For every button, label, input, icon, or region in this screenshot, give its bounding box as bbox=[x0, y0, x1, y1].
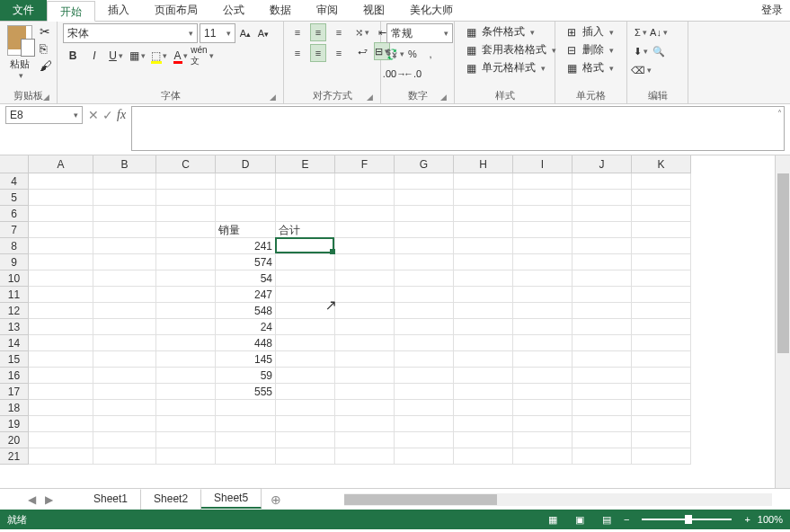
delete-cells-button[interactable]: ⊟删除▾ bbox=[561, 41, 617, 58]
cell[interactable] bbox=[513, 351, 573, 368]
cell[interactable] bbox=[395, 303, 454, 319]
column-header[interactable]: I bbox=[513, 155, 573, 173]
increase-decimal-icon[interactable]: .00→ bbox=[386, 65, 403, 83]
normal-view-icon[interactable]: ▦ bbox=[543, 512, 563, 527]
cell[interactable] bbox=[29, 206, 93, 222]
sheet-tab[interactable]: Sheet2 bbox=[141, 489, 201, 510]
cell[interactable] bbox=[513, 254, 573, 270]
cell[interactable]: 555 bbox=[216, 384, 276, 400]
cell[interactable]: 241 bbox=[216, 238, 276, 254]
cell[interactable] bbox=[216, 448, 276, 465]
cell[interactable] bbox=[632, 254, 691, 270]
cell[interactable] bbox=[573, 368, 632, 384]
cell[interactable] bbox=[513, 287, 573, 303]
cell[interactable] bbox=[454, 206, 513, 222]
cell[interactable] bbox=[632, 173, 691, 190]
cell[interactable] bbox=[335, 238, 395, 254]
cut-icon[interactable]: ✂ bbox=[36, 23, 56, 40]
number-format-combo[interactable]: 常规▾ bbox=[386, 23, 453, 43]
align-launcher[interactable]: ◢ bbox=[367, 93, 373, 102]
cell[interactable] bbox=[276, 254, 335, 270]
page-break-view-icon[interactable]: ▤ bbox=[597, 512, 617, 527]
cell[interactable] bbox=[156, 222, 216, 238]
cell[interactable]: 合计 bbox=[276, 222, 335, 238]
cell[interactable] bbox=[632, 400, 691, 416]
cell[interactable] bbox=[156, 303, 216, 319]
cell[interactable] bbox=[276, 270, 335, 287]
row-header[interactable]: 8 bbox=[0, 238, 29, 254]
cell[interactable] bbox=[513, 448, 573, 465]
paste-icon[interactable] bbox=[7, 25, 32, 56]
cell[interactable] bbox=[395, 222, 454, 238]
percent-button[interactable]: % bbox=[404, 45, 421, 63]
cell[interactable] bbox=[395, 206, 454, 222]
cell[interactable] bbox=[632, 190, 691, 206]
phonetic-button[interactable]: wén文▾ bbox=[192, 46, 212, 66]
cell[interactable] bbox=[335, 254, 395, 270]
cell[interactable] bbox=[395, 432, 454, 448]
align-left-icon[interactable]: ≡ bbox=[289, 44, 306, 62]
cell[interactable]: 548 bbox=[216, 303, 276, 319]
cell[interactable] bbox=[276, 432, 335, 448]
sort-filter-button[interactable]: A↓▾ bbox=[651, 23, 667, 41]
cell[interactable] bbox=[335, 287, 395, 303]
cell[interactable] bbox=[276, 335, 335, 351]
row-header[interactable]: 10 bbox=[0, 270, 29, 287]
vertical-scrollbar[interactable] bbox=[775, 155, 790, 488]
cell[interactable] bbox=[513, 206, 573, 222]
column-header[interactable]: A bbox=[29, 155, 93, 173]
conditional-format-button[interactable]: ▦条件格式▾ bbox=[460, 23, 560, 40]
italic-button[interactable]: I bbox=[84, 46, 104, 66]
ribbon-tab-5[interactable]: 审阅 bbox=[304, 0, 351, 21]
format-table-button[interactable]: ▦套用表格格式▾ bbox=[460, 41, 560, 58]
font-launcher[interactable]: ◢ bbox=[270, 93, 276, 102]
cell[interactable] bbox=[276, 173, 335, 190]
row-header[interactable]: 6 bbox=[0, 206, 29, 222]
bold-button[interactable]: B bbox=[63, 46, 83, 66]
cell[interactable] bbox=[454, 173, 513, 190]
cell[interactable] bbox=[156, 448, 216, 465]
zoom-level[interactable]: 100% bbox=[758, 514, 783, 525]
cell[interactable] bbox=[454, 400, 513, 416]
cell[interactable] bbox=[156, 368, 216, 384]
cell[interactable] bbox=[513, 368, 573, 384]
cell[interactable] bbox=[513, 416, 573, 432]
column-header[interactable]: F bbox=[335, 155, 395, 173]
cell[interactable] bbox=[395, 448, 454, 465]
cell[interactable] bbox=[29, 335, 93, 351]
number-launcher[interactable]: ◢ bbox=[440, 93, 447, 102]
cell[interactable] bbox=[632, 351, 691, 368]
cell[interactable] bbox=[29, 448, 93, 465]
ribbon-tab-7[interactable]: 美化大师 bbox=[397, 0, 466, 21]
enter-formula-icon[interactable]: ✓ bbox=[102, 108, 113, 122]
cell[interactable] bbox=[276, 287, 335, 303]
cell[interactable] bbox=[93, 400, 156, 416]
cell[interactable] bbox=[573, 432, 632, 448]
row-header[interactable]: 12 bbox=[0, 303, 29, 319]
cell[interactable] bbox=[29, 351, 93, 368]
cell[interactable] bbox=[395, 190, 454, 206]
row-header[interactable]: 5 bbox=[0, 190, 29, 206]
cell[interactable] bbox=[29, 270, 93, 287]
cell[interactable] bbox=[573, 287, 632, 303]
row-header[interactable]: 19 bbox=[0, 416, 29, 432]
cell[interactable] bbox=[632, 287, 691, 303]
cell[interactable]: 24 bbox=[216, 319, 276, 335]
cell[interactable] bbox=[573, 222, 632, 238]
cell[interactable] bbox=[216, 173, 276, 190]
cell[interactable] bbox=[513, 335, 573, 351]
cell[interactable] bbox=[395, 238, 454, 254]
cell[interactable] bbox=[573, 190, 632, 206]
cell[interactable] bbox=[513, 400, 573, 416]
cell[interactable] bbox=[454, 351, 513, 368]
cell[interactable] bbox=[454, 319, 513, 335]
zoom-out-button[interactable]: − bbox=[624, 514, 629, 525]
cell[interactable] bbox=[335, 448, 395, 465]
cell[interactable] bbox=[156, 270, 216, 287]
row-header[interactable]: 4 bbox=[0, 173, 29, 190]
cell[interactable] bbox=[454, 368, 513, 384]
row-header[interactable]: 13 bbox=[0, 319, 29, 335]
cell[interactable] bbox=[276, 351, 335, 368]
underline-button[interactable]: U▾ bbox=[106, 46, 126, 66]
ribbon-tab-2[interactable]: 页面布局 bbox=[142, 0, 210, 21]
